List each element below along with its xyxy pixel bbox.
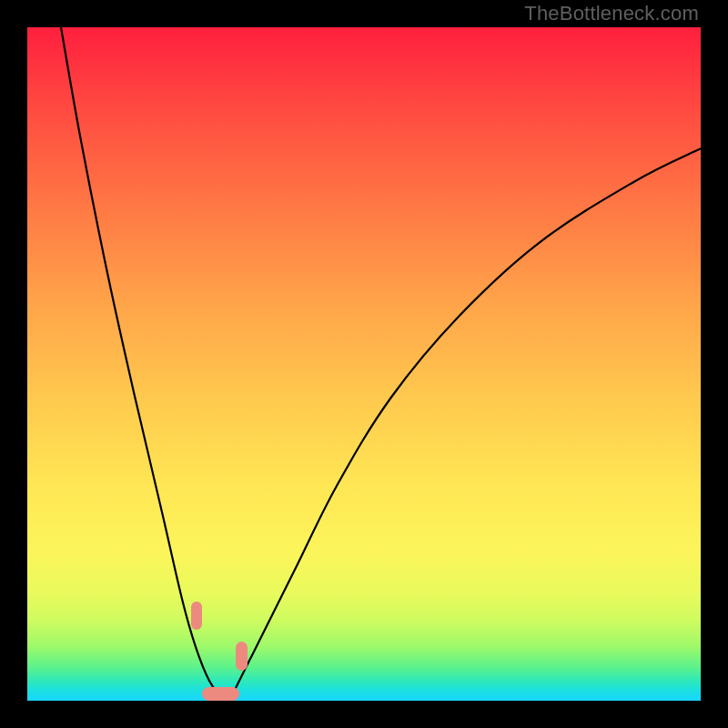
curve-layer [27, 27, 701, 701]
left-curve [61, 27, 229, 701]
curve-marker-right [236, 642, 248, 671]
watermark-text: TheBottleneck.com [524, 2, 699, 25]
curve-marker-left [191, 602, 203, 631]
plot-area [27, 27, 701, 701]
chart-frame: TheBottleneck.com [0, 0, 728, 728]
curve-marker-bottom [202, 687, 239, 701]
right-curve [229, 148, 701, 701]
